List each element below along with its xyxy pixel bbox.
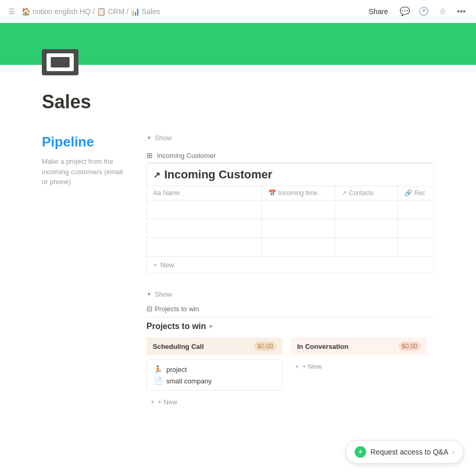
projects-to-win-section: ▼ Show ⊟ Projects to win Projects to win… (146, 290, 434, 409)
table-header-row: ↗ Incoming Customer (147, 164, 434, 186)
page-content: Sales Pipeline Make a project from the i… (0, 91, 476, 447)
table-big-title: ↗ Incoming Customer (153, 168, 273, 182)
main-layout: Pipeline Make a project from the incomin… (42, 134, 434, 426)
comment-icon[interactable]: 💬 (399, 5, 411, 18)
new-row-label: New (161, 261, 174, 269)
scheduling-col-amount: $0.00 (254, 342, 276, 351)
more-options-icon[interactable]: ••• (455, 5, 468, 18)
request-access-button[interactable]: ✦ Request access to Q&A › (346, 440, 463, 463)
row3-rec (398, 238, 434, 256)
toggle-triangle-projects: ▼ (146, 291, 152, 297)
menu-icon[interactable]: ☰ (8, 7, 15, 16)
new-row-button[interactable]: + New (147, 257, 434, 273)
board-col-scheduling: Scheduling Call $0.00 🏃 project 📄 small … (146, 337, 282, 409)
topnav-actions: Share 💬 🕐 ☆ ••• (365, 5, 468, 18)
board-view-title: Projects to win ▾ (146, 322, 434, 331)
col-contacts-icon: ↗ (342, 189, 347, 197)
row3-incoming (262, 238, 335, 256)
inconversation-new-label: + New (302, 362, 322, 370)
row2-rec (398, 219, 434, 237)
page-icon-inner (47, 53, 74, 71)
breadcrumb-icon-crm: 📋 (97, 7, 106, 16)
card-project-name: project (166, 366, 187, 373)
col-name: Aa Name (147, 186, 262, 200)
table-row[interactable] (147, 200, 434, 219)
favorite-icon[interactable]: ☆ (436, 5, 449, 18)
inconversation-col-header: In Conversation $0.00 (291, 337, 427, 355)
row1-rec (398, 200, 434, 219)
col-rec-label: Rec (414, 189, 425, 197)
sidebar-description: Make a project from the incoming custome… (42, 156, 126, 187)
card-company-name: small company (166, 377, 212, 385)
card-item-company: 📄 small company (153, 377, 276, 385)
row1-name (147, 200, 262, 219)
incoming-customer-db-header: ⊞ Incoming Customer (146, 148, 434, 163)
scheduling-col-title: Scheduling Call (153, 343, 204, 350)
plus-icon-scheduling: + (151, 398, 155, 406)
projects-db-header: ⊟ Projects to win (146, 304, 434, 318)
sidebar: Pipeline Make a project from the incomin… (42, 134, 126, 426)
scheduling-new-label: + New (158, 398, 177, 406)
board-col-inconversation: In Conversation $0.00 + + New (291, 337, 427, 409)
scheduling-col-header: Scheduling Call $0.00 (146, 337, 282, 355)
scheduling-new-button[interactable]: + + New (146, 395, 282, 409)
col-name-type: Aa (153, 189, 161, 197)
page-title: Sales (42, 91, 434, 113)
inconversation-col-title: In Conversation (297, 343, 348, 350)
share-button[interactable]: Share (365, 5, 392, 18)
col-rec-icon: 🔗 (404, 189, 412, 197)
sidebar-pipeline-title: Pipeline (42, 134, 126, 150)
history-icon[interactable]: 🕐 (417, 5, 430, 18)
row1-incoming (262, 200, 335, 219)
plus-icon-new-row: + (153, 261, 157, 269)
show-label-incoming: Show (155, 134, 172, 142)
board-title-text: Projects to win (146, 322, 206, 331)
breadcrumb-home[interactable]: notion english HQ (32, 7, 90, 16)
col-incoming-icon: 📅 (268, 189, 276, 197)
row3-name (147, 238, 262, 256)
show-toggle-projects[interactable]: ▼ Show (146, 290, 434, 298)
incoming-table-title: Incoming Customer (164, 168, 273, 182)
inconversation-col-amount: $0.00 (399, 342, 421, 351)
project-icon: 🏃 (153, 365, 162, 373)
show-toggle-incoming[interactable]: ▼ Show (146, 134, 434, 142)
table-columns: Aa Name 📅 Incoming time ↗ Contacts 🔗 (147, 186, 434, 200)
board-card[interactable]: 🏃 project 📄 small company (146, 359, 282, 391)
incoming-customer-table: ↗ Incoming Customer Aa Name 📅 Incoming t… (146, 163, 434, 274)
projects-db-label: Projects to win (155, 305, 199, 313)
breadcrumb-icon-home: 🏠 (21, 7, 30, 16)
col-incoming-label: Incoming time (278, 189, 318, 197)
breadcrumb-sales[interactable]: Sales (142, 7, 160, 16)
page-icon-wrapper (42, 49, 476, 75)
toggle-triangle-incoming: ▼ (146, 135, 152, 141)
card-item-project: 🏃 project (153, 365, 276, 373)
row2-incoming (262, 219, 335, 237)
table-icon: ⊞ (146, 151, 153, 160)
incoming-customer-db-label: Incoming Customer (157, 152, 216, 160)
request-access-icon: ✦ (355, 446, 366, 458)
board-columns: Scheduling Call $0.00 🏃 project 📄 small … (146, 337, 434, 409)
page-icon (42, 49, 78, 75)
row2-contacts (335, 219, 398, 237)
row3-contacts (335, 238, 398, 256)
inconversation-new-button[interactable]: + + New (291, 359, 427, 373)
incoming-icon: ↗ (153, 170, 160, 180)
table-row[interactable] (147, 219, 434, 238)
show-label-projects: Show (155, 290, 172, 298)
breadcrumb-crm[interactable]: CRM (108, 7, 124, 16)
plus-icon-inconversation: + (295, 362, 299, 370)
top-navigation: ☰ 🏠 notion english HQ / 📋 CRM / 📊 Sales … (0, 0, 476, 23)
document-icon: 📄 (153, 377, 162, 385)
request-access-chevron-icon: › (452, 448, 455, 456)
board-icon: ⊟ (146, 304, 153, 313)
breadcrumb: ☰ 🏠 notion english HQ / 📋 CRM / 📊 Sales (8, 7, 160, 16)
request-access-label: Request access to Q&A (370, 448, 448, 456)
row2-name (147, 219, 262, 237)
col-incoming-time: 📅 Incoming time (262, 186, 335, 200)
chevron-down-icon: ▾ (209, 323, 212, 330)
col-contacts: ↗ Contacts (335, 186, 398, 200)
col-name-label: Name (163, 189, 180, 197)
col-rec: 🔗 Rec (398, 186, 434, 200)
incoming-customer-section: ▼ Show ⊞ Incoming Customer ↗ Incoming Cu… (146, 134, 434, 274)
table-row[interactable] (147, 238, 434, 257)
